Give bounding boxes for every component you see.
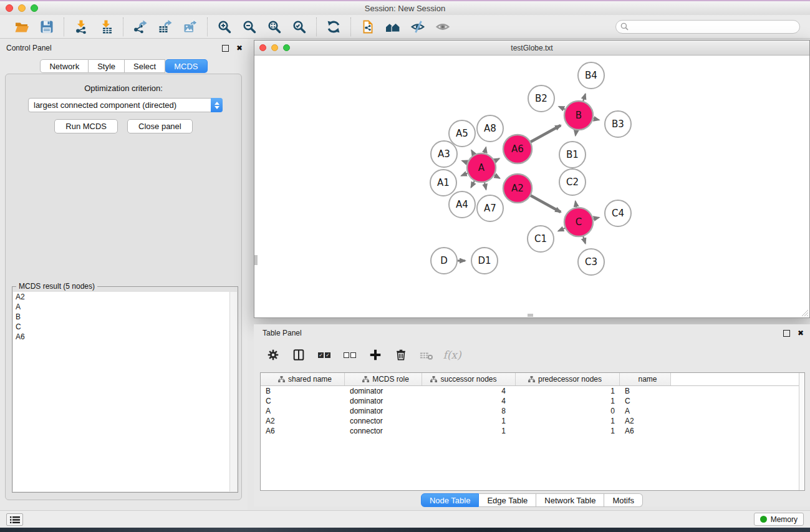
open-session-button[interactable] — [13, 18, 31, 36]
clone-network-button[interactable] — [359, 18, 377, 36]
column-header-shared-name[interactable]: shared name — [261, 373, 345, 385]
refresh-button[interactable] — [325, 18, 342, 36]
table-row[interactable]: A6connector11A6 — [261, 426, 804, 436]
tab-network[interactable]: Network — [40, 59, 89, 73]
task-history-button[interactable] — [6, 513, 23, 526]
table-row[interactable]: Adominator80A — [261, 406, 804, 416]
mcds-result-item[interactable]: A — [13, 302, 229, 312]
graph-edge-C-C1[interactable] — [558, 228, 565, 231]
column-header-mcds-role[interactable]: MCDS role — [345, 373, 422, 385]
zoom-selected-button[interactable] — [291, 18, 308, 36]
graph-node-C2[interactable]: C2 — [559, 169, 586, 195]
table-row[interactable]: Cdominator41C — [261, 396, 804, 406]
graph-node-C1[interactable]: C1 — [528, 226, 554, 252]
zoom-out-button[interactable] — [241, 18, 258, 36]
delete-column-button[interactable] — [393, 347, 409, 363]
delete-table-button[interactable] — [418, 347, 435, 363]
add-column-button[interactable] — [367, 347, 383, 363]
memory-button[interactable]: Memory — [754, 513, 804, 526]
zoom-in-button[interactable] — [216, 18, 233, 36]
graph-node-A8[interactable]: A8 — [477, 115, 503, 142]
save-session-button[interactable] — [38, 18, 55, 36]
eye-slash-button[interactable] — [409, 18, 427, 36]
export-network-button[interactable] — [132, 18, 149, 36]
graph-node-A2[interactable]: A2 — [503, 174, 532, 203]
graph-edge-C-C2[interactable] — [576, 201, 577, 208]
float-panel-icon[interactable] — [222, 45, 229, 52]
graph-node-A7[interactable]: A7 — [477, 195, 503, 221]
tab-style[interactable]: Style — [89, 59, 125, 73]
close-panel-button[interactable]: Close panel — [127, 119, 193, 133]
criterion-dropdown[interactable]: largest connected component (directed) — [28, 98, 223, 112]
tab-motifs[interactable]: Motifs — [604, 493, 643, 507]
zoom-fit-button[interactable] — [266, 18, 283, 36]
graph-edge-A-A2[interactable] — [494, 175, 499, 178]
graph-node-A4[interactable]: A4 — [449, 191, 475, 218]
graph-node-A3[interactable]: A3 — [431, 141, 457, 167]
tab-edge-table[interactable]: Edge Table — [479, 493, 536, 507]
select-all-checks-button[interactable]: ✓✓ — [316, 347, 332, 363]
graph-edge-A-A3[interactable] — [462, 161, 467, 163]
export-image-button[interactable] — [181, 18, 199, 36]
mcds-result-item[interactable]: C — [13, 322, 229, 332]
search-input[interactable] — [632, 22, 794, 31]
clear-checks-button[interactable] — [342, 347, 358, 363]
result-scrollbar[interactable] — [229, 292, 237, 491]
graph-node-D1[interactable]: D1 — [471, 248, 498, 274]
graph-node-D[interactable]: D — [431, 248, 457, 274]
graph-node-B3[interactable]: B3 — [605, 111, 631, 137]
table-close-panel-icon[interactable]: ✖ — [798, 330, 804, 337]
graph-edge-A-A8[interactable] — [485, 147, 486, 153]
graph-edge-A-A7[interactable] — [485, 182, 486, 189]
graph-edge-A6-B[interactable] — [531, 125, 561, 142]
resize-grip-icon[interactable] — [801, 309, 809, 317]
houses-button[interactable] — [384, 18, 402, 36]
column-header-predecessor-nodes[interactable]: predecessor nodes — [516, 373, 620, 385]
graph-node-B1[interactable]: B1 — [559, 142, 586, 168]
graph-node-A6[interactable]: A6 — [503, 135, 532, 163]
graph-edge-A-A5[interactable] — [471, 150, 474, 155]
table-scrollbar[interactable] — [799, 373, 804, 490]
graph-node-B[interactable]: B — [564, 101, 593, 130]
graph-node-B4[interactable]: B4 — [578, 62, 604, 89]
tab-node-table[interactable]: Node Table — [421, 493, 480, 507]
search-field[interactable] — [615, 20, 800, 34]
column-header-successor-nodes[interactable]: successor nodes — [422, 373, 516, 385]
apply-function-button[interactable]: f(x) — [444, 347, 460, 363]
graph-node-A1[interactable]: A1 — [430, 170, 456, 196]
network-graph[interactable]: B4B2BB3B1A6A5A8A3AA1A4A7A2C2CC4C1C3DD1 — [254, 56, 809, 317]
import-table-button[interactable] — [97, 18, 115, 36]
graph-edge-B-B4[interactable] — [583, 94, 586, 102]
mcds-result-item[interactable]: A2 — [13, 292, 229, 302]
vertical-scrollbar-thumb[interactable] — [254, 255, 258, 265]
horizontal-scrollbar-thumb[interactable] — [528, 314, 533, 317]
graph-node-A5[interactable]: A5 — [449, 120, 475, 147]
graph-edge-A-A1[interactable] — [461, 173, 468, 176]
run-mcds-button[interactable]: Run MCDS — [54, 119, 118, 133]
tab-select[interactable]: Select — [125, 59, 165, 73]
close-panel-icon[interactable]: ✖ — [236, 45, 243, 52]
graph-edge-C-C4[interactable] — [593, 218, 599, 219]
column-header-name[interactable]: name — [620, 373, 671, 385]
graph-node-B2[interactable]: B2 — [528, 85, 554, 112]
graph-edge-A-A6[interactable] — [494, 158, 499, 161]
graph-node-C4[interactable]: C4 — [605, 200, 631, 226]
table-row[interactable]: A2connector11A2 — [261, 416, 804, 426]
graph-edge-B-B3[interactable] — [593, 118, 599, 120]
export-table-button[interactable] — [157, 18, 174, 36]
graph-edge-B-B1[interactable] — [576, 130, 576, 136]
tab-network-table[interactable]: Network Table — [536, 493, 604, 507]
mcds-result-item[interactable]: B — [13, 312, 229, 322]
graph-edge-A2-C[interactable] — [531, 196, 561, 212]
toggle-column-button[interactable] — [291, 347, 307, 363]
mcds-result-item[interactable]: A6 — [13, 332, 229, 342]
graph-edge-A-A4[interactable] — [471, 181, 474, 187]
table-settings-button[interactable] — [265, 347, 281, 363]
graph-node-C3[interactable]: C3 — [578, 249, 604, 275]
table-row[interactable]: Bdominator41B — [261, 386, 804, 396]
tab-mcds[interactable]: MCDS — [165, 59, 207, 73]
graph-edge-B-B2[interactable] — [559, 107, 565, 109]
network-window-titlebar[interactable]: testGlobe.txt — [254, 41, 809, 56]
graph-node-C[interactable]: C — [564, 208, 593, 236]
import-network-button[interactable] — [72, 18, 90, 36]
